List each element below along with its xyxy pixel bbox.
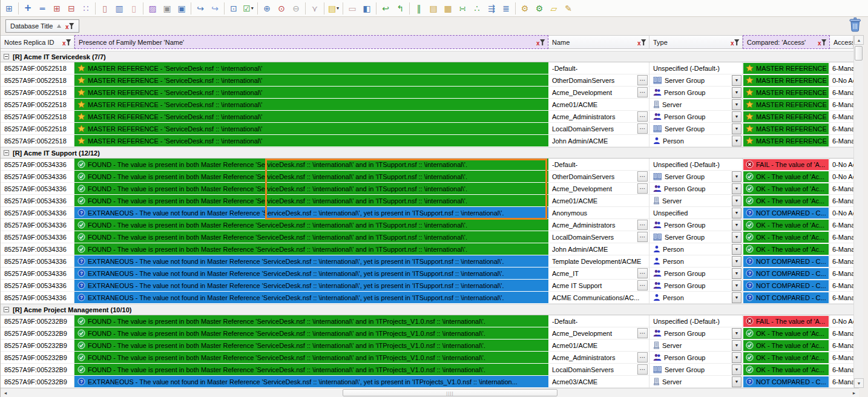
type-dropdown-button[interactable]: ▼ xyxy=(732,352,741,363)
name-picker-button[interactable]: ⋯ xyxy=(637,183,648,194)
type-dropdown-button[interactable]: ▼ xyxy=(732,268,741,279)
type-dropdown-button[interactable]: ▼ xyxy=(732,256,741,267)
column-colors-icon[interactable]: ▥ xyxy=(112,1,127,16)
collapse-group-icon[interactable] xyxy=(4,307,9,312)
scroll-right-button[interactable]: ► xyxy=(849,389,859,397)
vertical-scrollbar-thumb[interactable] xyxy=(855,46,863,61)
hierarchy-count-icon[interactable]: ∴ xyxy=(470,1,484,16)
type-dropdown-button[interactable]: ▼ xyxy=(732,340,741,351)
split-columns-icon[interactable]: ‖ xyxy=(412,1,426,16)
filter-icon[interactable]: x xyxy=(65,22,74,30)
name-picker-button[interactable]: ⋯ xyxy=(637,328,648,338)
settings-check-icon[interactable]: ⚙ xyxy=(532,1,547,16)
type-dropdown-button[interactable]: ▼ xyxy=(732,111,741,122)
expand-branch-icon[interactable]: ⊞ xyxy=(50,1,64,16)
type-dropdown-button[interactable]: ▼ xyxy=(732,292,741,303)
add-annotation-icon[interactable]: ▤▾ xyxy=(326,1,341,16)
type-dropdown-button[interactable]: ▼ xyxy=(732,232,741,243)
type-dropdown-button[interactable]: ▼ xyxy=(732,220,741,231)
data-flow-icon[interactable]: ⇶ xyxy=(484,1,499,16)
type-dropdown-button[interactable]: ▼ xyxy=(732,171,741,182)
grid-properties-icon[interactable]: ⊞ xyxy=(2,1,16,16)
type-dropdown-button[interactable]: ▼ xyxy=(732,136,741,146)
column-header-presence[interactable]: Presence of Family Member 'Name'x xyxy=(74,35,548,49)
grid-checkboxes-icon[interactable]: ☑▾ xyxy=(241,1,255,16)
filter-icon[interactable]: x xyxy=(731,39,740,46)
database-title-group-button[interactable]: Database Title x xyxy=(5,19,79,33)
copy-icon[interactable]: ▣ xyxy=(160,1,174,16)
name-picker-button[interactable]: ⋯ xyxy=(637,280,648,290)
dropdown-arrow-icon[interactable]: ▾ xyxy=(337,5,339,11)
list-lines-icon[interactable]: ≣ xyxy=(499,1,513,16)
name-picker-button[interactable]: ⋯ xyxy=(637,87,648,97)
name-picker-button[interactable]: ⋯ xyxy=(637,232,648,242)
zoom-font-icon[interactable]: ⊙ xyxy=(274,1,289,16)
zoom-out-icon[interactable]: ⊖ xyxy=(289,1,303,16)
add-level-icon[interactable]: + xyxy=(21,1,35,16)
collapse-branch-icon[interactable]: ⊟ xyxy=(64,1,79,16)
scroll-left-button[interactable]: ◄ xyxy=(1,389,10,397)
return-to-grid-icon[interactable]: ↩ xyxy=(378,1,393,16)
freeze-column-icon[interactable]: ▯ xyxy=(97,1,112,16)
type-dropdown-button[interactable]: ▼ xyxy=(732,364,741,375)
grid-tooltip-icon[interactable]: ▦ xyxy=(441,1,455,16)
scroll-down-button[interactable]: ▼ xyxy=(854,378,864,388)
name-picker-button[interactable]: ⋯ xyxy=(637,123,648,134)
row-insert-icon[interactable]: ◧ xyxy=(360,1,374,16)
vertical-scrollbar[interactable]: ▲ ▼ xyxy=(853,35,863,388)
group-header[interactable]: [R] Acme IT Support (12/12) xyxy=(1,147,853,159)
type-dropdown-button[interactable]: ▼ xyxy=(732,244,741,255)
collapse-group-icon[interactable] xyxy=(4,150,9,156)
name-picker-button[interactable]: ⋯ xyxy=(637,111,648,122)
column-header-access[interactable]: Access xyxy=(830,35,853,49)
settings-export-icon[interactable]: ⚙ xyxy=(518,1,532,16)
trash-icon[interactable] xyxy=(847,17,863,34)
type-dropdown-button[interactable]: ▼ xyxy=(732,123,741,134)
hierarchy-list-icon[interactable]: ∺ xyxy=(455,1,470,16)
column-header-compared[interactable]: Compared: 'Access'x xyxy=(743,35,830,49)
dropdown-arrow-icon[interactable]: ▾ xyxy=(251,5,254,11)
column-header-type[interactable]: Typex xyxy=(649,35,743,49)
horizontal-scrollbar[interactable]: ◄ |||| ► xyxy=(1,388,859,397)
type-dropdown-button[interactable]: ▼ xyxy=(732,195,741,206)
clear-filter-icon[interactable]: ⋎ xyxy=(307,1,322,16)
scroll-up-button[interactable]: ▲ xyxy=(854,35,864,45)
filter-icon[interactable]: x xyxy=(62,39,71,46)
name-picker-button[interactable]: ⋯ xyxy=(637,75,648,85)
copy-table-icon[interactable]: ▣ xyxy=(174,1,189,16)
filter-icon[interactable]: x xyxy=(536,39,545,46)
column-header-replica[interactable]: Notes Replica IDx xyxy=(1,35,74,49)
type-dropdown-button[interactable]: ▼ xyxy=(732,99,741,110)
name-picker-button[interactable]: ⋯ xyxy=(637,171,648,182)
column-plain-icon[interactable]: ▯ xyxy=(127,1,141,16)
filter-icon[interactable]: x xyxy=(818,39,827,46)
collapse-levels-icon[interactable]: ═ xyxy=(35,1,50,16)
zoom-in-icon[interactable]: ⊕ xyxy=(260,1,274,16)
name-picker-button[interactable]: ⋯ xyxy=(637,268,648,278)
select-hierarchy-icon[interactable]: ∷ xyxy=(79,1,93,16)
filter-icon[interactable]: x xyxy=(637,39,646,46)
horizontal-scrollbar-thumb[interactable]: |||| xyxy=(343,389,557,396)
collapse-group-icon[interactable] xyxy=(4,54,9,59)
column-width-icon[interactable]: ▤ xyxy=(426,1,441,16)
column-header-name[interactable]: Namex xyxy=(548,35,649,49)
export-settings-icon[interactable]: ↪ xyxy=(208,1,222,16)
return-to-page-icon[interactable]: ↰ xyxy=(393,1,407,16)
folder-settings-icon[interactable]: ▱ xyxy=(547,1,561,16)
export-document-icon[interactable]: ↪ xyxy=(193,1,208,16)
row-format-icon[interactable]: ▭ xyxy=(345,1,360,16)
group-header[interactable]: [R] Acme Project Management (10/10) xyxy=(1,304,853,315)
name-picker-button[interactable]: ⋯ xyxy=(637,364,648,375)
open-grid-icon[interactable]: ⊡ xyxy=(226,1,241,16)
type-dropdown-button[interactable]: ▼ xyxy=(732,75,741,86)
name-picker-button[interactable]: ⋯ xyxy=(637,352,648,363)
type-dropdown-button[interactable]: ▼ xyxy=(732,208,741,218)
type-dropdown-button[interactable]: ▼ xyxy=(732,183,741,194)
type-dropdown-button[interactable]: ▼ xyxy=(732,328,741,339)
type-dropdown-button[interactable]: ▼ xyxy=(732,87,741,98)
cell-selection-icon[interactable]: ▨ xyxy=(145,1,160,16)
name-picker-button[interactable]: ⋯ xyxy=(637,220,648,230)
type-dropdown-button[interactable]: ▼ xyxy=(732,280,741,291)
group-header[interactable]: [R] Acme IT Servicedesk (7/7) xyxy=(1,51,853,62)
type-dropdown-button[interactable]: ▼ xyxy=(732,376,741,387)
